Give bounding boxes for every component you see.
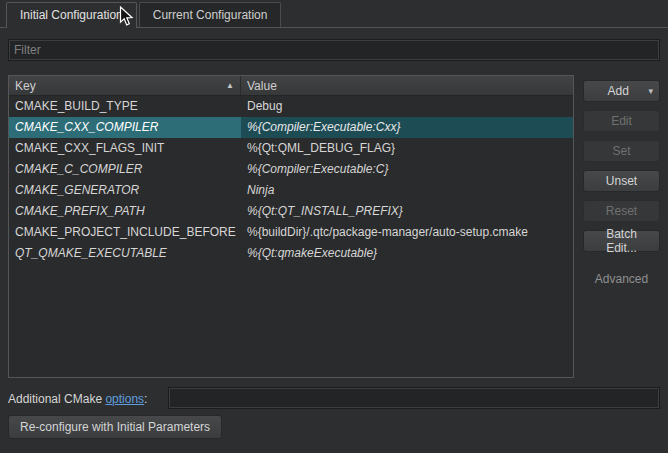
- row-key: CMAKE_BUILD_TYPE: [9, 96, 241, 117]
- table-row[interactable]: CMAKE_BUILD_TYPE Debug: [9, 96, 573, 117]
- row-value: %{Qt:QML_DEBUG_FLAG}: [241, 138, 573, 159]
- row-key: CMAKE_GENERATOR: [9, 180, 241, 201]
- set-button: Set: [583, 140, 660, 162]
- advanced-toggle[interactable]: Advanced: [583, 272, 660, 286]
- action-button-column: Add ▾ Edit Set Unset Reset Batch Edit...…: [583, 80, 660, 286]
- table-row[interactable]: CMAKE_C_COMPILER %{Compiler:Executable:C…: [9, 159, 573, 180]
- table-row[interactable]: QT_QMAKE_EXECUTABLE %{Qt:qmakeExecutable…: [9, 243, 573, 264]
- row-key: CMAKE_CXX_FLAGS_INIT: [9, 138, 241, 159]
- table-row[interactable]: CMAKE_GENERATOR Ninja: [9, 180, 573, 201]
- reconfigure-button[interactable]: Re-configure with Initial Parameters: [8, 415, 222, 439]
- tab-current-configuration[interactable]: Current Configuration: [139, 2, 282, 27]
- table-body: CMAKE_BUILD_TYPE Debug CMAKE_CXX_COMPILE…: [9, 96, 573, 377]
- row-key: CMAKE_C_COMPILER: [9, 159, 241, 180]
- dropdown-arrow-icon: ▾: [648, 86, 653, 96]
- tab-label: Current Configuration: [153, 8, 268, 22]
- row-key: QT_QMAKE_EXECUTABLE: [9, 243, 241, 264]
- table-row[interactable]: CMAKE_CXX_FLAGS_INIT %{Qt:QML_DEBUG_FLAG…: [9, 138, 573, 159]
- column-header-value-label: Value: [247, 79, 277, 93]
- cmake-variables-table: Key ▲ Value CMAKE_BUILD_TYPE Debug CMAKE…: [8, 75, 574, 378]
- reset-button: Reset: [583, 200, 660, 222]
- options-link[interactable]: options: [105, 392, 144, 406]
- add-button-label: Add: [590, 84, 646, 98]
- table-row[interactable]: CMAKE_PREFIX_PATH %{Qt:QT_INSTALL_PREFIX…: [9, 201, 573, 222]
- row-value: Ninja: [241, 180, 573, 201]
- table-header: Key ▲ Value: [9, 76, 573, 96]
- row-value: %{Compiler:Executable:Cxx}: [241, 117, 573, 138]
- table-row[interactable]: CMAKE_PROJECT_INCLUDE_BEFORE %{buildDir}…: [9, 222, 573, 243]
- row-value: %{Compiler:Executable:C}: [241, 159, 573, 180]
- row-value: %{Qt:QT_INSTALL_PREFIX}: [241, 201, 573, 222]
- row-value: %{Qt:qmakeExecutable}: [241, 243, 573, 264]
- row-key: CMAKE_PROJECT_INCLUDE_BEFORE: [9, 222, 241, 243]
- additional-cmake-options-label: Additional CMake options:: [8, 392, 147, 406]
- filter-input[interactable]: [8, 39, 660, 61]
- additional-cmake-options-input[interactable]: [168, 387, 660, 409]
- cmake-configuration-panel: Initial Configuration Current Configurat…: [0, 0, 668, 453]
- tab-initial-configuration[interactable]: Initial Configuration: [6, 2, 137, 28]
- tab-label: Initial Configuration: [20, 8, 123, 22]
- sort-ascending-icon: ▲: [226, 82, 234, 90]
- options-label-suffix: :: [144, 392, 147, 406]
- column-header-key[interactable]: Key ▲: [9, 76, 241, 95]
- table-row[interactable]: CMAKE_CXX_COMPILER %{Compiler:Executable…: [9, 117, 573, 138]
- edit-button: Edit: [583, 110, 660, 132]
- options-label-prefix: Additional CMake: [8, 392, 105, 406]
- batch-edit-button[interactable]: Batch Edit...: [583, 230, 660, 252]
- column-header-key-label: Key: [15, 79, 36, 93]
- unset-button[interactable]: Unset: [583, 170, 660, 192]
- column-header-value[interactable]: Value: [241, 76, 573, 95]
- row-value: Debug: [241, 96, 573, 117]
- add-button[interactable]: Add ▾: [583, 80, 660, 102]
- row-key: CMAKE_CXX_COMPILER: [9, 117, 241, 138]
- row-value: %{buildDir}/.qtc/package-manager/auto-se…: [241, 222, 573, 243]
- tab-bar: Initial Configuration Current Configurat…: [0, 0, 668, 28]
- row-key: CMAKE_PREFIX_PATH: [9, 201, 241, 222]
